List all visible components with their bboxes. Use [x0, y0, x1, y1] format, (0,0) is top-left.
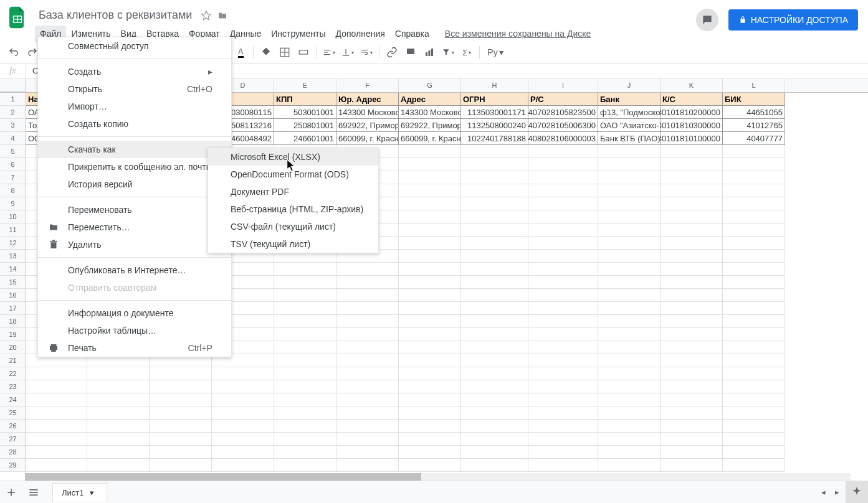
row-header[interactable]: 28 [0, 446, 26, 459]
cell[interactable] [723, 210, 785, 223]
row-header[interactable]: 29 [0, 459, 26, 472]
cell[interactable] [461, 420, 528, 433]
cell[interactable] [461, 315, 528, 328]
cell[interactable] [598, 210, 661, 223]
cell[interactable] [399, 237, 461, 250]
cell[interactable] [723, 145, 785, 158]
column-header[interactable]: J [598, 78, 661, 92]
cell[interactable] [150, 446, 212, 459]
chevron-down-icon[interactable]: ▾ [90, 488, 94, 497]
menu-delete[interactable]: Удалить [38, 236, 231, 253]
folder-icon[interactable] [217, 10, 228, 21]
cell[interactable]: 41012765 [723, 119, 785, 132]
cell[interactable] [399, 263, 461, 276]
cell[interactable] [528, 420, 598, 433]
cell[interactable] [212, 407, 274, 420]
cell[interactable] [528, 407, 598, 420]
cell[interactable] [26, 393, 87, 407]
cell[interactable] [150, 407, 212, 420]
cell[interactable] [661, 237, 723, 250]
cell[interactable] [528, 315, 598, 328]
download-csv[interactable]: CSV-файл (текущий лист) [208, 218, 378, 235]
cell[interactable] [598, 433, 661, 446]
column-header[interactable]: K [661, 78, 723, 92]
cell[interactable] [528, 341, 598, 354]
cell[interactable] [274, 393, 336, 407]
chart-icon[interactable] [421, 44, 438, 60]
cell[interactable] [274, 328, 336, 341]
cell[interactable] [723, 184, 785, 197]
cell[interactable] [87, 380, 150, 393]
cell[interactable] [528, 210, 598, 223]
cell[interactable]: 408028106000003 [528, 132, 598, 145]
cell[interactable] [461, 237, 528, 250]
row-header[interactable]: 23 [0, 380, 26, 393]
cell[interactable] [461, 250, 528, 263]
cell[interactable] [26, 459, 87, 472]
cell[interactable]: 44651055 [723, 106, 785, 119]
cell[interactable] [661, 420, 723, 433]
cell[interactable] [399, 315, 461, 328]
share-button[interactable]: НАСТРОЙКИ ДОСТУПА [728, 9, 858, 31]
cell[interactable]: Р/С [528, 93, 598, 106]
cell[interactable] [598, 276, 661, 289]
cell[interactable] [150, 380, 212, 393]
cell[interactable] [336, 380, 399, 393]
row-header[interactable]: 9 [0, 197, 26, 210]
cell[interactable] [399, 184, 461, 197]
cell[interactable] [723, 171, 785, 184]
cell[interactable] [399, 250, 461, 263]
cell[interactable] [528, 328, 598, 341]
cell[interactable] [336, 367, 399, 380]
cell[interactable] [598, 289, 661, 302]
cell[interactable] [274, 367, 336, 380]
cell[interactable] [723, 380, 785, 393]
cell[interactable] [723, 250, 785, 263]
column-header[interactable]: F [336, 78, 399, 92]
link-icon[interactable] [383, 44, 401, 60]
row-header[interactable]: 8 [0, 184, 26, 197]
explore-icon[interactable] [846, 481, 868, 503]
cell[interactable] [336, 354, 399, 367]
scroll-left-icon[interactable]: ◂ [817, 481, 829, 504]
menu-email-attach[interactable]: Прикрепить к сообщению эл. почты [38, 158, 231, 176]
cell[interactable]: 143300 Московс [336, 106, 399, 119]
cell[interactable] [528, 263, 598, 276]
cell[interactable] [26, 407, 87, 420]
cell[interactable] [336, 446, 399, 459]
cell[interactable] [661, 446, 723, 459]
column-header[interactable]: H [461, 78, 528, 92]
cell[interactable] [212, 393, 274, 407]
cell[interactable] [528, 446, 598, 459]
cell[interactable] [336, 263, 399, 276]
row-header[interactable]: 21 [0, 354, 26, 367]
cell[interactable] [723, 446, 785, 459]
menu-doc-info[interactable]: Информация о документе [38, 304, 231, 322]
menu-spreadsheet-settings[interactable]: Настройки таблицы… [38, 322, 231, 339]
cell[interactable] [528, 171, 598, 184]
menu-open[interactable]: ОткрытьCtrl+O [38, 80, 231, 98]
cell[interactable] [528, 250, 598, 263]
cell[interactable]: 692922, Примор [399, 119, 461, 132]
row-header[interactable]: 14 [0, 263, 26, 276]
cell[interactable] [461, 433, 528, 446]
cell[interactable] [461, 158, 528, 171]
cell[interactable] [150, 420, 212, 433]
cell[interactable] [399, 210, 461, 223]
cell[interactable] [212, 380, 274, 393]
row-header[interactable]: 12 [0, 237, 26, 250]
cell[interactable] [723, 263, 785, 276]
cell[interactable] [723, 289, 785, 302]
cell[interactable] [399, 302, 461, 315]
cell[interactable] [461, 289, 528, 302]
cell[interactable] [87, 446, 150, 459]
menu-move[interactable]: Переместить… [38, 219, 231, 236]
cell[interactable] [598, 263, 661, 276]
cell[interactable] [723, 393, 785, 407]
row-header[interactable]: 3 [0, 119, 26, 132]
cell[interactable] [150, 367, 212, 380]
cell[interactable] [528, 393, 598, 407]
cell[interactable]: К/С [661, 93, 723, 106]
cell[interactable] [336, 407, 399, 420]
cell[interactable] [274, 289, 336, 302]
